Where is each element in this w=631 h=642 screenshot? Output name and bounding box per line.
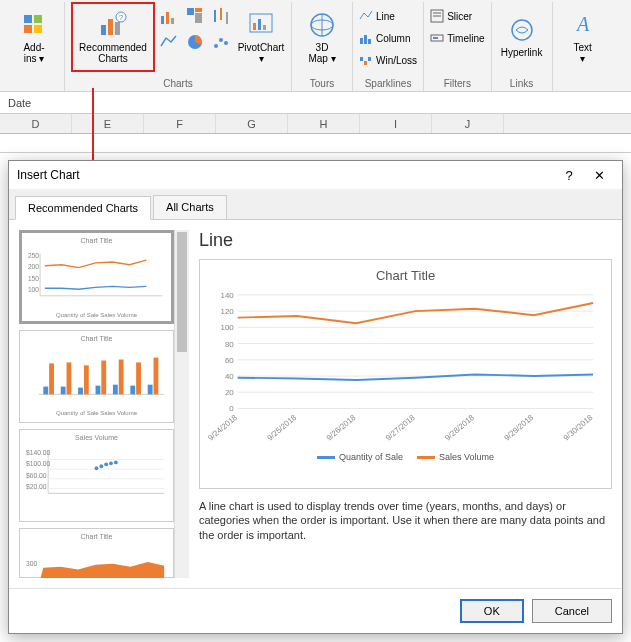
- recommended-charts-icon: ?: [99, 11, 127, 39]
- tab-recommended[interactable]: Recommended Charts: [15, 196, 151, 220]
- preview-chart[interactable]: Chart Title 0204060801001201409/24/20189…: [199, 259, 612, 489]
- sparkline-line-icon: [359, 9, 373, 23]
- svg-rect-54: [130, 386, 135, 395]
- col-header[interactable]: H: [288, 114, 360, 133]
- slicer-icon: [430, 9, 444, 23]
- chart-description: A line chart is used to display trends o…: [199, 499, 612, 542]
- thumb-scatter[interactable]: Sales Volume $140.00$100.00$60.00$20.00: [19, 429, 174, 522]
- svg-text:120: 120: [221, 307, 235, 316]
- svg-rect-39: [433, 37, 438, 39]
- svg-rect-49: [43, 387, 48, 395]
- col-header[interactable]: I: [360, 114, 432, 133]
- svg-text:9/30/2018: 9/30/2018: [562, 413, 595, 443]
- svg-text:$60.00: $60.00: [26, 472, 47, 479]
- col-header[interactable]: D: [0, 114, 72, 133]
- 3d-map-button[interactable]: 3D Map ▾: [298, 2, 346, 72]
- svg-text:9/26/2018: 9/26/2018: [325, 413, 358, 443]
- addins-icon: [20, 11, 48, 39]
- sparkline-winloss-icon: [359, 53, 373, 67]
- close-button[interactable]: ✕: [584, 168, 614, 183]
- svg-text:9/29/2018: 9/29/2018: [502, 413, 535, 443]
- col-header[interactable]: E: [72, 114, 144, 133]
- svg-point-73: [114, 460, 118, 464]
- slicer-button[interactable]: Slicer: [430, 6, 484, 26]
- sparkline-column-icon: [359, 31, 373, 45]
- svg-marker-78: [39, 562, 165, 578]
- svg-rect-33: [364, 61, 367, 65]
- svg-rect-34: [368, 57, 371, 61]
- pivotchart-button[interactable]: PivotChart ▾: [237, 2, 285, 72]
- chart-legend: Quantity of Sale Sales Volume: [208, 452, 603, 462]
- svg-rect-32: [360, 57, 363, 61]
- svg-rect-14: [195, 13, 202, 23]
- pie-chart-icon[interactable]: [185, 32, 205, 52]
- svg-rect-62: [154, 358, 159, 395]
- help-button[interactable]: ?: [554, 168, 584, 183]
- tab-all-charts[interactable]: All Charts: [153, 195, 227, 219]
- text-button[interactable]: A Text ▾: [559, 2, 607, 72]
- thumbs-scrollbar[interactable]: [174, 230, 189, 578]
- group-filters: Slicer Timeline Filters: [424, 2, 491, 91]
- thumb-line-chart[interactable]: Chart Title 250200150100 Quantity of Sal…: [19, 230, 174, 324]
- svg-rect-50: [61, 387, 66, 395]
- svg-text:140: 140: [221, 291, 235, 300]
- svg-text:250: 250: [28, 252, 39, 259]
- addins-button[interactable]: Add- ins ▾: [10, 2, 58, 72]
- svg-rect-52: [96, 386, 101, 395]
- group-label: Filters: [444, 76, 471, 91]
- col-header[interactable]: F: [144, 114, 216, 133]
- chart-thumbnails: Chart Title 250200150100 Quantity of Sal…: [19, 230, 174, 578]
- svg-text:100: 100: [221, 323, 235, 332]
- formula-bar[interactable]: Date: [0, 92, 631, 114]
- svg-rect-61: [136, 362, 141, 394]
- svg-rect-56: [49, 363, 54, 394]
- hyperlink-button[interactable]: Hyperlink: [498, 2, 546, 72]
- svg-rect-53: [113, 385, 118, 395]
- svg-text:100: 100: [28, 286, 39, 293]
- chart-preview: Line Chart Title 0204060801001201409/24/…: [199, 230, 612, 578]
- svg-text:20: 20: [225, 388, 234, 397]
- group-charts: ? Recommended Charts PivotChart ▾ Charts: [65, 2, 292, 91]
- thumb-area[interactable]: Chart Title 3000: [19, 528, 174, 578]
- line-chart-icon[interactable]: [159, 32, 179, 52]
- cancel-button[interactable]: Cancel: [532, 599, 612, 623]
- sparkline-winloss-button[interactable]: Win/Loss: [359, 50, 417, 70]
- col-header[interactable]: J: [432, 114, 504, 133]
- stock-chart-icon[interactable]: [211, 6, 231, 26]
- group-label: Charts: [163, 76, 192, 91]
- group-addins: Add- ins ▾: [4, 2, 65, 91]
- timeline-button[interactable]: Timeline: [430, 28, 484, 48]
- svg-rect-5: [108, 19, 113, 35]
- pivotchart-icon: [247, 11, 275, 39]
- col-header[interactable]: G: [216, 114, 288, 133]
- svg-rect-25: [263, 25, 266, 30]
- svg-point-20: [219, 38, 223, 42]
- dialog-tabs: Recommended Charts All Charts: [9, 189, 622, 220]
- column-headers: DEFGHIJ: [0, 114, 631, 134]
- svg-rect-1: [34, 15, 42, 23]
- group-tours: 3D Map ▾ Tours: [292, 2, 353, 91]
- svg-point-70: [99, 464, 103, 468]
- hierarchy-chart-icon[interactable]: [185, 6, 205, 26]
- svg-rect-55: [148, 385, 153, 395]
- chart-title: Chart Title: [208, 268, 603, 283]
- dialog-footer: OK Cancel: [9, 588, 622, 633]
- dialog-title: Insert Chart: [17, 168, 554, 182]
- svg-rect-59: [101, 361, 106, 395]
- group-label: Links: [510, 76, 533, 91]
- bar-chart-icon[interactable]: [159, 6, 179, 26]
- svg-rect-31: [368, 39, 371, 44]
- chart-type-grid: [159, 2, 233, 54]
- ok-button[interactable]: OK: [460, 599, 524, 623]
- thumb-clustered-column[interactable]: Chart Title Quantity of Sale Sales Volum…: [19, 330, 174, 423]
- svg-text:60: 60: [225, 356, 234, 365]
- svg-rect-23: [253, 23, 256, 30]
- scatter-chart-icon[interactable]: [211, 32, 231, 52]
- group-text: A Text ▾: [553, 2, 613, 91]
- timeline-icon: [430, 31, 444, 45]
- sparkline-line-button[interactable]: Line: [359, 6, 417, 26]
- sparkline-column-button[interactable]: Column: [359, 28, 417, 48]
- svg-text:300: 300: [26, 560, 38, 567]
- svg-point-40: [512, 20, 532, 40]
- recommended-charts-button[interactable]: ? Recommended Charts: [71, 2, 155, 72]
